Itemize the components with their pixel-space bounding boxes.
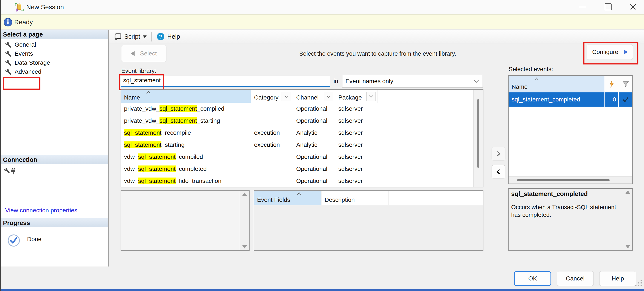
column-header-label: Description	[324, 196, 355, 203]
sidebar-item-label: General	[14, 41, 36, 48]
scrollbar-thumb[interactable]	[477, 99, 479, 168]
chevron-down-icon	[369, 95, 373, 98]
category-cell	[251, 163, 293, 175]
sidebar-item-events[interactable]: Events	[1, 49, 108, 58]
channel-cell: Analytic	[293, 127, 335, 139]
new-session-dialog: New Session Ready Select a page General …	[0, 0, 644, 291]
table-row[interactable]: private_vdw_sql_statement_compiled Opera…	[121, 103, 473, 115]
cancel-button[interactable]: Cancel	[557, 271, 594, 286]
event-name-cell: private_vdw_sql_statement_starting	[121, 115, 251, 127]
search-scope-dropdown[interactable]: Event names only	[342, 75, 483, 88]
channel-cell: Operational	[293, 103, 335, 115]
scroll-down-icon[interactable]	[626, 245, 630, 248]
view-connection-properties-link[interactable]: View connection properties	[5, 207, 78, 214]
column-header-name[interactable]: Name	[508, 76, 605, 92]
scroll-down-icon[interactable]	[242, 245, 247, 248]
maximize-button[interactable]	[600, 0, 616, 14]
scrollbar-thumb[interactable]	[517, 179, 610, 181]
scroll-up-icon[interactable]	[626, 190, 630, 194]
column-header-category[interactable]: Category	[251, 90, 293, 103]
done-check-icon	[7, 234, 20, 247]
package-filter-dropdown[interactable]	[366, 92, 376, 101]
column-header-label: Category	[254, 94, 278, 101]
channel-filter-dropdown[interactable]	[324, 92, 333, 101]
minimize-button[interactable]	[575, 0, 590, 14]
category-cell	[251, 103, 293, 115]
event-name-cell: private_vdw_sql_statement_compiled	[121, 103, 251, 115]
progress-status: Done	[27, 236, 42, 243]
script-icon	[114, 33, 122, 40]
sidebar-item-label: Data Storage	[14, 59, 50, 66]
table-row[interactable]: sql_statement_starting execution Analyti…	[121, 139, 473, 151]
close-button[interactable]	[626, 0, 640, 14]
scroll-up-icon[interactable]	[242, 192, 247, 196]
column-header-actions[interactable]	[605, 76, 619, 92]
help-toolbar-button[interactable]: ? Help	[154, 30, 182, 43]
panel-scrollbar[interactable]	[240, 191, 249, 250]
channel-cell: Operational	[293, 163, 335, 175]
chevron-down-icon	[143, 36, 146, 38]
sidebar: Select a page General Events Data Storag…	[1, 30, 109, 266]
add-event-button[interactable]	[492, 147, 505, 160]
library-table-scrollbar[interactable]	[473, 90, 483, 187]
column-header-name[interactable]: Name	[121, 90, 251, 103]
check-icon	[622, 96, 629, 103]
category-cell	[251, 115, 293, 127]
category-cell	[251, 175, 293, 187]
wrench-icon	[5, 60, 12, 66]
event-library-search-input[interactable]	[120, 76, 330, 87]
selected-events-hscrollbar[interactable]	[508, 176, 632, 184]
description-title: sql_statement_completed	[511, 190, 588, 198]
event-description-panel: sql_statement_completed Occurs when a Tr…	[508, 188, 633, 250]
column-header-channel[interactable]: Channel	[293, 90, 335, 103]
chevron-left-icon	[495, 168, 502, 175]
event-name-cell: sql_statement_recompile	[121, 127, 251, 139]
chevron-down-icon	[284, 95, 289, 98]
table-row[interactable]: vdw_sql_statement_completed Operational …	[121, 163, 473, 175]
wrench-icon	[5, 68, 12, 75]
filter-funnel-icon	[622, 81, 629, 87]
help-icon: ?	[156, 32, 165, 40]
lightning-icon	[609, 80, 614, 88]
sidebar-item-general[interactable]: General	[1, 40, 108, 49]
table-row[interactable]: private_vdw_sql_statement_starting Opera…	[121, 115, 473, 127]
package-cell: sqlserver	[335, 139, 378, 151]
ok-button[interactable]: OK	[514, 271, 551, 286]
script-button[interactable]: Script	[112, 30, 149, 43]
info-icon	[4, 18, 12, 27]
help-button[interactable]: Help	[599, 271, 636, 286]
column-header-filter[interactable]	[619, 76, 632, 92]
configure-button[interactable]: Configure	[587, 44, 633, 60]
table-row[interactable]: vdw_sql_statement_fido_transaction Opera…	[121, 175, 473, 187]
event-name-cell: vdw_sql_statement_compiled	[121, 151, 251, 163]
close-icon	[630, 4, 636, 10]
arrow-right-icon	[624, 50, 628, 54]
selected-event-row[interactable]: sql_statement_completed 0	[508, 92, 632, 106]
table-row[interactable]: sql_statement_recompile execution Analyt…	[121, 127, 473, 139]
select-a-page-header: Select a page	[1, 30, 108, 39]
remove-event-button[interactable]	[492, 165, 505, 178]
select-button[interactable]: Select	[121, 45, 166, 62]
sidebar-item-advanced[interactable]: Advanced	[1, 67, 108, 76]
column-header-event-fields[interactable]: Event Fields	[254, 191, 322, 205]
wrench-icon	[5, 50, 12, 57]
title-bar: New Session	[1, 0, 644, 14]
sidebar-item-data-storage[interactable]: Data Storage	[1, 58, 108, 67]
category-filter-dropdown[interactable]	[282, 92, 291, 101]
column-header-package[interactable]: Package	[335, 90, 378, 103]
description-scrollbar[interactable]	[623, 189, 632, 250]
session-icon	[14, 2, 24, 12]
package-cell: sqlserver	[335, 115, 378, 127]
sort-caret-icon	[534, 77, 539, 80]
column-header-label: Channel	[296, 94, 318, 101]
column-header-description[interactable]: Description	[322, 191, 389, 205]
description-body: Occurs when a Transact-SQL statement has…	[511, 203, 618, 219]
status-bar: Ready	[1, 14, 644, 30]
sidebar-item-label: Advanced	[14, 68, 42, 75]
wrench-icon	[5, 42, 12, 48]
event-name-cell: vdw_sql_statement_completed	[121, 163, 251, 175]
arrow-left-icon	[131, 51, 134, 56]
column-header-label: Package	[338, 94, 362, 101]
table-row[interactable]: vdw_sql_statement_compiled Operational s…	[121, 151, 473, 163]
sidebar-item-label: Events	[14, 50, 33, 57]
